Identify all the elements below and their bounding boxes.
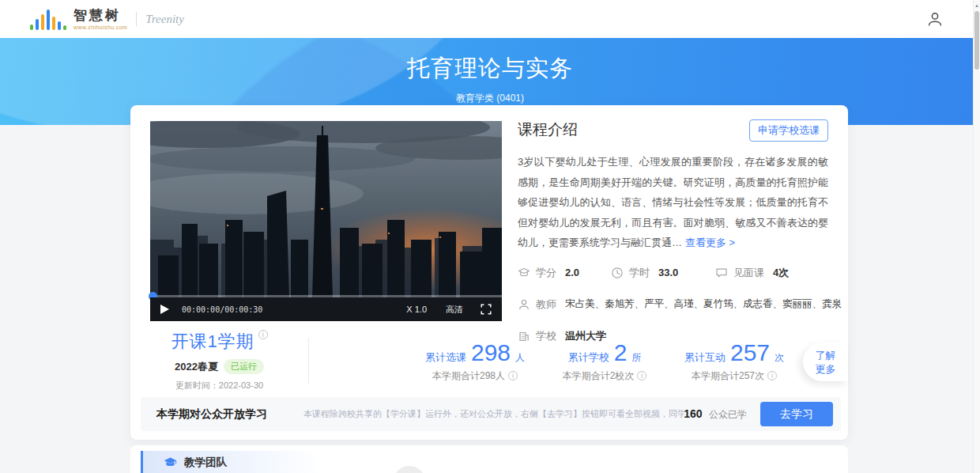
hours-label: 学时 xyxy=(629,266,650,280)
stat-label: 累计互动 xyxy=(684,350,726,365)
stat-value: 298 xyxy=(471,339,511,366)
avatar xyxy=(393,466,426,473)
course-description: 3岁以下婴幼儿处于生理、心理发展的重要阶段，存在诸多发展的敏感期，是生命周期美好… xyxy=(518,152,828,253)
video-controls: 00:00:00/00:00:30 X 1.0 高清 xyxy=(150,297,502,321)
course-title: 托育理论与实务 xyxy=(0,38,980,85)
stat-sub: 本学期合计298人 xyxy=(432,369,505,383)
semester-term: 2022春夏 xyxy=(175,360,218,374)
course-category: 教育学类 (0401) xyxy=(0,92,980,105)
info-icon[interactable] xyxy=(767,371,777,380)
scrollbar-thumb[interactable] xyxy=(974,11,979,70)
team-tab-label: 教学团队 xyxy=(184,456,227,470)
zhihuishu-logo[interactable]: 智慧树 www.zhihuishu.com Treenity xyxy=(30,9,184,30)
logo-wordmark: 智慧树 www.zhihuishu.com xyxy=(74,9,127,30)
page: 智慧树 www.zhihuishu.com Treenity 托育理论与实务 教… xyxy=(0,0,980,473)
updated-label: 更新时间： xyxy=(175,380,219,390)
public-learning-bar: 本学期对公众开放学习 本课程除跨校共享的【学分课】运行外，还对公众开放，右侧【去… xyxy=(141,397,841,431)
stat-sub: 本学期合计257次 xyxy=(692,369,764,383)
teacher-label: 教师 xyxy=(536,297,556,312)
course-meta-row: 学分 2.0 学时 33.0 xyxy=(518,266,828,280)
status-badge: 已运行 xyxy=(224,359,264,374)
graduation-cap-icon xyxy=(518,267,530,279)
quality-button[interactable]: 高清 xyxy=(446,304,463,316)
public-count-number: 160 xyxy=(684,407,702,420)
play-button[interactable] xyxy=(160,305,169,314)
info-icon[interactable] xyxy=(508,371,518,380)
fullscreen-icon[interactable] xyxy=(481,304,492,315)
apply-school-course-button[interactable]: 申请学校选课 xyxy=(749,119,828,142)
meeting-value: 4次 xyxy=(773,266,789,280)
video-time: 00:00:00/00:00:30 xyxy=(182,305,262,314)
credit-meta: 学分 2.0 xyxy=(518,266,611,280)
stat-value: 257 xyxy=(730,339,770,366)
top-header: 智慧树 www.zhihuishu.com Treenity xyxy=(0,0,980,38)
meeting-meta: 见面课 4次 xyxy=(715,266,789,280)
teacher-row: 教师 宋占美、秦旭芳、严平、高瑾、夏竹筠、成志香、窦丽丽、龚泉 xyxy=(518,297,828,312)
course-description-text: 3岁以下婴幼儿处于生理、心理发展的重要阶段，存在诸多发展的敏感期，是生命周期美好… xyxy=(518,156,828,248)
user-account-icon[interactable] xyxy=(926,10,944,28)
info-icon[interactable] xyxy=(258,330,268,339)
teacher-person-icon xyxy=(518,298,530,311)
stat-enrolled: 累计选课 298 人 本学期合计298人 xyxy=(410,339,540,383)
public-bar-title: 本学期对公众开放学习 xyxy=(156,407,267,422)
semester-count: 开课1学期 xyxy=(171,330,254,354)
stat-label: 累计选课 xyxy=(425,350,466,365)
logo-url-text: www.zhihuishu.com xyxy=(74,25,127,30)
tab-teaching-team[interactable]: 教学团队 xyxy=(141,451,321,473)
video-frame-city-skyline xyxy=(150,121,502,297)
credit-label: 学分 xyxy=(536,266,556,280)
stat-unit: 次 xyxy=(775,351,784,365)
stat-interactions: 累计互动 257 次 本学期合计257次 xyxy=(669,339,799,383)
vertical-divider xyxy=(308,338,309,384)
intro-section-title: 课程介绍 xyxy=(518,119,578,140)
course-intro-section: 课程介绍 申请学校选课 3岁以下婴幼儿处于生理、心理发展的重要阶段，存在诸多发展… xyxy=(518,119,828,343)
scrollbar-up-arrow[interactable]: ▲ xyxy=(974,0,980,10)
semester-block: 开课1学期 2022春夏 已运行 更新时间：2022-03-30 xyxy=(130,330,308,392)
public-learner-count: 160 公众已学 xyxy=(684,407,747,422)
scrollbar[interactable]: ▲ xyxy=(973,0,980,473)
teacher-names: 宋占美、秦旭芳、严平、高瑾、夏竹筠、成志香、窦丽丽、龚泉 xyxy=(565,297,842,311)
stat-value: 2 xyxy=(614,339,628,366)
stat-unit: 人 xyxy=(515,351,525,365)
hours-meta: 学时 33.0 xyxy=(611,266,715,280)
teaching-team-section: 教学团队 xyxy=(130,445,848,473)
stat-schools: 累计学校 2 所 本学期合计2校次 xyxy=(540,339,669,383)
treenity-brand: Treenity xyxy=(145,13,184,26)
hours-value: 33.0 xyxy=(658,267,678,278)
logo-divider xyxy=(136,12,137,26)
learn-more-label: 了解更多 xyxy=(815,349,837,376)
course-info-card: 00:00:00/00:00:30 X 1.0 高清 课程介绍 申请学校选课 3… xyxy=(130,105,848,440)
stat-sub: 本学期合计2校次 xyxy=(563,369,635,383)
statistics-row: 开课1学期 2022春夏 已运行 更新时间：2022-03-30 累计选课 29… xyxy=(130,325,848,396)
chat-bubble-icon xyxy=(715,267,728,279)
updated-value: 2022-03-30 xyxy=(219,380,263,390)
view-more-link[interactable]: 查看更多 > xyxy=(685,236,735,248)
credit-value: 2.0 xyxy=(565,267,579,278)
stat-columns: 累计选课 298 人 本学期合计298人 累计学校 2 所 本学期合计2校次 xyxy=(410,339,799,383)
stat-label: 累计学校 xyxy=(568,350,609,365)
video-player[interactable]: 00:00:00/00:00:30 X 1.0 高清 xyxy=(150,121,502,321)
zhihuishu-bars-icon xyxy=(30,9,66,30)
go-study-button[interactable]: 去学习 xyxy=(760,402,833,426)
info-icon[interactable] xyxy=(637,371,646,380)
logo-title: 智慧树 xyxy=(74,9,127,22)
meeting-label: 见面课 xyxy=(733,266,764,280)
playback-speed-button[interactable]: X 1.0 xyxy=(406,305,427,314)
team-graduation-cap-icon xyxy=(164,457,177,468)
learn-more-tab[interactable]: 了解更多 xyxy=(803,342,848,381)
stat-unit: 所 xyxy=(631,351,641,365)
public-count-label: 公众已学 xyxy=(709,409,747,420)
public-bar-description: 本课程除跨校共享的【学分课】运行外，还对公众开放，右侧【去学习】按钮即可看全部视… xyxy=(303,408,684,420)
clock-icon xyxy=(611,267,624,279)
